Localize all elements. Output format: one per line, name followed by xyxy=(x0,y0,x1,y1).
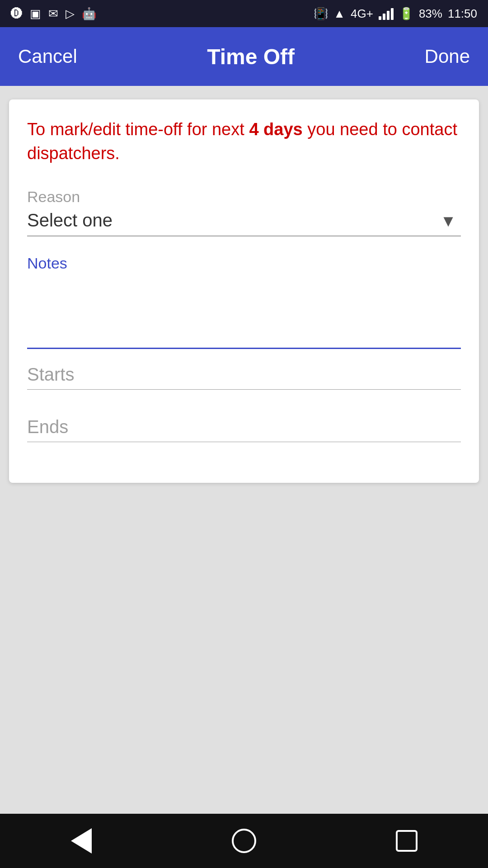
bottom-nav-bar xyxy=(0,814,488,868)
form-card: To mark/edit time-off for next 4 days yo… xyxy=(9,99,479,483)
reason-label: Reason xyxy=(27,188,461,206)
clock: 11:50 xyxy=(448,7,477,21)
done-button[interactable]: Done xyxy=(425,46,470,67)
battery-level: 83% xyxy=(419,7,442,21)
vibrate-icon: 📳 xyxy=(314,7,328,21)
home-button[interactable] xyxy=(226,823,262,859)
app-icon-1: 🅓 xyxy=(11,7,23,21)
notes-input[interactable] xyxy=(27,277,461,349)
nav-bar: Cancel Time Off Done xyxy=(0,27,488,86)
back-button[interactable] xyxy=(63,823,99,859)
play-icon: ▷ xyxy=(66,7,75,21)
notes-field-group: Notes xyxy=(27,255,461,351)
status-bar-icons: 🅓 ▣ ✉ ▷ 🤖 xyxy=(11,7,96,21)
status-bar: 🅓 ▣ ✉ ▷ 🤖 📳 ▲ 4G+ 🔋 83% 11:50 xyxy=(0,0,488,27)
starts-field-group xyxy=(27,360,461,390)
back-icon xyxy=(71,828,92,854)
home-icon xyxy=(232,829,256,853)
status-bar-right: 📳 ▲ 4G+ 🔋 83% 11:50 xyxy=(314,7,477,21)
network-label: 4G+ xyxy=(351,7,373,21)
battery-icon: 🔋 xyxy=(399,7,413,21)
reason-dropdown-container[interactable]: Select one Vacation Sick Leave Personal … xyxy=(27,210,461,236)
ends-input[interactable] xyxy=(27,412,461,442)
cancel-button[interactable]: Cancel xyxy=(18,46,77,67)
warning-days: 4 days xyxy=(249,120,307,139)
wifi-icon: ▲ xyxy=(333,7,345,21)
page-title: Time Off xyxy=(207,44,295,69)
reason-field-group: Reason Select one Vacation Sick Leave Pe… xyxy=(27,188,461,236)
starts-input[interactable] xyxy=(27,360,461,390)
signal-strength xyxy=(379,7,394,20)
main-content: To mark/edit time-off for next 4 days yo… xyxy=(0,86,488,814)
recents-button[interactable] xyxy=(389,823,425,859)
ends-field-group xyxy=(27,412,461,442)
warning-message: To mark/edit time-off for next 4 days yo… xyxy=(27,118,461,165)
photo-icon: ▣ xyxy=(30,7,41,21)
recents-icon xyxy=(396,830,418,852)
warning-prefix: To mark/edit time-off for next xyxy=(27,120,249,139)
android-icon: 🤖 xyxy=(82,7,96,21)
reason-select[interactable]: Select one Vacation Sick Leave Personal … xyxy=(27,210,461,230)
mail-icon: ✉ xyxy=(48,7,58,21)
notes-label: Notes xyxy=(27,255,461,272)
